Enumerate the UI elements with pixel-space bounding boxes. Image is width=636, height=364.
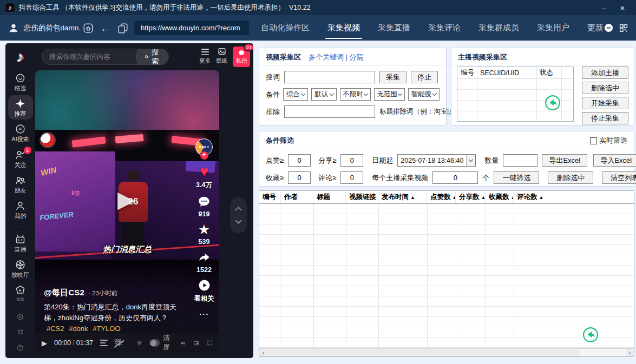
hashtag[interactable]: #donk — [69, 325, 88, 333]
search-input[interactable] — [42, 53, 136, 61]
column-header-shares[interactable]: 分享数▲ — [456, 191, 486, 203]
tab-collect-live[interactable]: 采集直播 — [378, 23, 410, 33]
hashtag[interactable]: #TYLOO — [93, 325, 120, 333]
range-select[interactable]: 无范围 — [374, 88, 405, 101]
stop-collect-button[interactable]: 停止采集 — [582, 112, 628, 124]
video-player[interactable]: WIN VS FOREVER 26 ▶ 热门消息汇总 @每日CS2 · 23小时… — [35, 70, 219, 353]
column-header-title[interactable]: 标题 — [313, 191, 346, 203]
sidebar-item-ai-search[interactable]: Ai AI搜索 — [8, 121, 33, 145]
column-header-id[interactable]: 编号 — [259, 191, 281, 203]
realtime-filter-option[interactable]: 实时筛选 — [590, 136, 627, 145]
more-actions-icon[interactable]: ⋯ — [199, 308, 209, 320]
like-stat[interactable]: ♥ 3.4万 — [196, 164, 212, 190]
clear-list-button[interactable]: 清空列表 — [602, 171, 636, 184]
tab-automation[interactable]: 自动化操作区 — [261, 23, 310, 33]
sidebar-item-profile[interactable]: 我的 — [8, 197, 33, 222]
clear-screen-toggle[interactable] — [149, 339, 160, 347]
previous-video-button[interactable] — [235, 207, 242, 214]
volume-icon[interactable] — [180, 339, 186, 348]
refresh-back-icon[interactable] — [545, 95, 561, 111]
tab-collect-comments[interactable]: 采集评论 — [428, 23, 461, 33]
danmaku-toggle[interactable]: 弹 — [115, 338, 122, 348]
star-icon[interactable]: ★ — [198, 223, 210, 236]
play-button[interactable]: ▶ — [42, 339, 47, 347]
apps-grid-icon[interactable] — [15, 328, 25, 336]
back-button[interactable]: ← — [100, 23, 111, 34]
horizontal-scrollbar[interactable]: ‹ › — [259, 348, 634, 356]
wallpaper-button[interactable]: 壁纸 — [216, 47, 227, 65]
column-header-publish-time[interactable]: 发布时间▲ — [378, 191, 427, 203]
tab-update[interactable]: 更新 — [587, 23, 604, 33]
heart-icon[interactable]: ♥ — [200, 164, 208, 179]
hashtag[interactable]: #CS2 — [47, 325, 64, 333]
keyword-input[interactable] — [284, 71, 375, 83]
play-overlay-icon[interactable]: ▶ — [117, 188, 135, 211]
tab-collect-group-members[interactable]: 采集群成员 — [478, 23, 519, 33]
per-anchor-input[interactable] — [432, 171, 478, 184]
scroll-left-arrow[interactable]: ‹ — [259, 349, 267, 356]
exclude-input[interactable] — [284, 105, 375, 118]
sidebar-item-cinema[interactable]: 放映厅 — [8, 256, 33, 281]
delete-selected-rows-button[interactable]: 删除选中 — [548, 171, 593, 184]
tab-collect-video[interactable]: 采集视频 — [327, 23, 360, 33]
fullscreen-icon[interactable] — [207, 339, 213, 347]
column-header-favorites[interactable]: 收藏数▲ — [486, 191, 514, 203]
type-select[interactable]: 默认 — [311, 88, 336, 101]
user-account[interactable]: 悲伤的荷包damn. — [0, 22, 82, 34]
column-header[interactable]: 编号 — [457, 68, 477, 77]
one-key-filter-button[interactable]: 一键筛选 — [494, 171, 539, 184]
sort-select[interactable]: 综合 — [283, 88, 308, 101]
share-min-input[interactable] — [340, 154, 363, 167]
column-header-likes[interactable]: 点赞数▲ — [427, 191, 456, 203]
video-author[interactable]: @每日CS2 — [44, 288, 84, 298]
pip-icon[interactable] — [193, 339, 200, 348]
qr-code-icon[interactable] — [619, 23, 628, 33]
realtime-checkbox[interactable] — [590, 137, 597, 144]
comment-stat[interactable]: 919 — [197, 195, 211, 218]
scroll-right-arrow[interactable]: › — [626, 349, 634, 356]
playlist-icon[interactable] — [100, 340, 108, 346]
close-button[interactable]: × — [614, 2, 631, 14]
scrollbar-thumb[interactable] — [259, 349, 580, 356]
smart-search-select[interactable]: 智能搜 — [408, 88, 440, 101]
sidebar-item-live[interactable]: 直播 — [8, 231, 33, 255]
collect-button[interactable]: 采集 — [379, 71, 406, 83]
minus-circle-icon[interactable] — [604, 23, 614, 33]
sidebar-item-short-drama[interactable]: 短剧 — [8, 282, 33, 303]
export-excel-button[interactable]: 导出Excel — [542, 154, 587, 167]
sidebar-item-recommend[interactable]: 推荐 — [8, 95, 33, 120]
favorite-min-input[interactable] — [288, 171, 311, 184]
import-excel-button[interactable]: 导入Excel — [593, 154, 636, 167]
refresh-back-icon[interactable] — [582, 327, 599, 343]
url-input[interactable] — [134, 21, 249, 35]
column-header[interactable]: 状态 — [536, 68, 561, 77]
settings-gear-icon[interactable] — [136, 339, 142, 347]
date-from-select[interactable]: 2025-07-18 13:46:40 — [397, 154, 476, 167]
search-button[interactable]: 搜索 — [137, 49, 169, 64]
favorite-stat[interactable]: ★ 539 — [198, 223, 210, 246]
related-play-icon[interactable] — [198, 279, 211, 292]
column-header-link[interactable]: 视频链接 — [346, 191, 378, 203]
tab-collect-users[interactable]: 采集用户 — [537, 23, 569, 33]
related-videos[interactable]: 看相关 — [194, 279, 214, 303]
share-stat[interactable]: 1522 — [196, 250, 212, 274]
share-icon[interactable] — [197, 250, 211, 264]
help-icon[interactable] — [15, 344, 25, 352]
home-button[interactable] — [82, 22, 94, 34]
more-menu-button[interactable]: 更多 — [199, 47, 211, 65]
minimize-button[interactable]: – — [596, 2, 612, 14]
comment-icon[interactable] — [197, 195, 211, 209]
column-header-comments[interactable]: 评论数▲ — [514, 191, 634, 203]
column-header-author[interactable]: 作者 — [281, 191, 313, 203]
add-anchor-button[interactable]: 添加主播 — [582, 67, 628, 79]
next-video-button[interactable] — [235, 217, 242, 224]
column-header[interactable]: SECUID/UID — [477, 69, 536, 77]
settings-hexagon-icon[interactable] — [15, 313, 25, 321]
date-dropdown-button[interactable] — [466, 155, 475, 166]
comment-min-input[interactable] — [340, 171, 363, 184]
copy-button[interactable] — [117, 22, 129, 34]
delete-selected-button[interactable]: 删除选中 — [582, 82, 628, 94]
start-collect-button[interactable]: 开始采集 — [582, 97, 628, 109]
quantity-input[interactable] — [503, 154, 537, 167]
search-bar[interactable]: 搜索 — [42, 49, 169, 65]
